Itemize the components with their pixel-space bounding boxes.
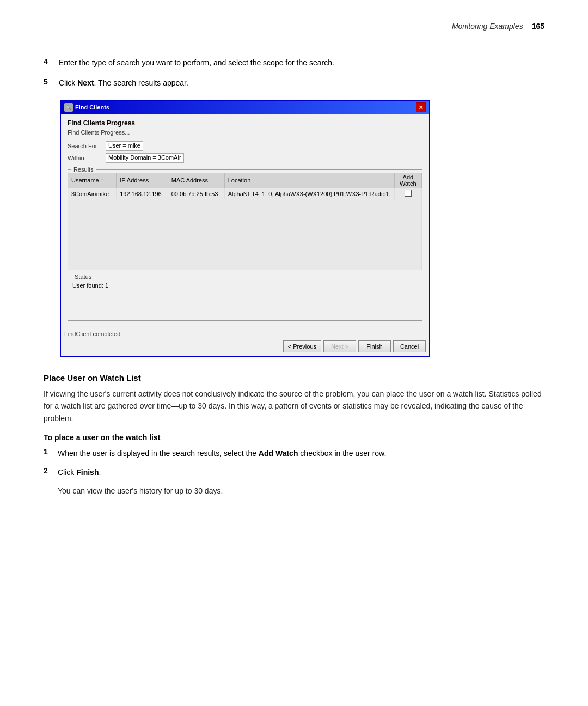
watch-step-2-text: Click Finish. xyxy=(58,466,544,478)
place-watch-heading: Place User on Watch List xyxy=(44,373,544,382)
search-for-label: Search For xyxy=(68,143,106,149)
status-text: User found: 1 xyxy=(71,280,419,290)
status-fieldset: Status User found: 1 xyxy=(68,273,422,321)
watch-step-1-bold: Add Watch xyxy=(259,449,298,458)
step-4-text: Enter the type of search you want to per… xyxy=(59,57,544,69)
page-number: 165 xyxy=(532,22,544,31)
col-header-add-watch: Add Watch xyxy=(394,173,421,188)
cancel-button[interactable]: Cancel xyxy=(393,340,426,352)
chapter-title: Monitoring Examples xyxy=(452,22,523,31)
add-watch-checkbox[interactable] xyxy=(405,190,412,197)
place-watch-subsection: To place a user on the watch list xyxy=(44,433,544,442)
footer-message: FindClient completed. xyxy=(64,331,426,338)
watch-note: You can view the user's history for up t… xyxy=(58,485,544,497)
dialog-body: Find Clients Progress Find Clients Progr… xyxy=(61,114,429,328)
within-value: Mobility Domain = 3ComAir xyxy=(106,153,184,163)
search-for-row: Search For User = mike xyxy=(68,141,422,151)
watch-step-1-num: 1 xyxy=(44,447,53,459)
dialog-buttons: < Previous Next > Finish Cancel xyxy=(64,340,426,352)
status-blank-area xyxy=(71,290,419,317)
status-legend: Status xyxy=(72,273,94,280)
cell-add-watch[interactable] xyxy=(394,188,421,199)
cell-location: AlphaNET4_1_0, AlphaWX3-(WX1200):P01:WX3… xyxy=(224,188,394,199)
watch-step-1: 1 When the user is displayed in the sear… xyxy=(44,447,544,459)
watch-step-1-text: When the user is displayed in the search… xyxy=(58,447,544,459)
step-5-text: Click Next. The search results appear. xyxy=(59,77,544,89)
previous-button[interactable]: < Previous xyxy=(283,340,321,352)
finish-button[interactable]: Finish xyxy=(358,340,391,352)
watch-step-2-num: 2 xyxy=(44,466,53,478)
results-table: Username ↑ IP Address MAC Address Locati… xyxy=(68,173,422,270)
cell-ip: 192.168.12.196 xyxy=(117,188,168,199)
dialog-footer: FindClient completed. < Previous Next > … xyxy=(61,328,429,356)
dialog-section-title: Find Clients Progress xyxy=(68,119,422,127)
find-clients-dialog: 🔍 Find Clients ✕ Find Clients Progress F… xyxy=(60,100,430,357)
col-header-location: Location xyxy=(224,173,394,188)
cell-mac: 00:0b:7d:25:fb:53 xyxy=(168,188,224,199)
cell-username: 3ComAir\mike xyxy=(68,188,117,199)
place-watch-paragraph: If viewing the user's current activity d… xyxy=(44,388,544,424)
table-empty-row xyxy=(68,199,422,270)
step-5-bold: Next xyxy=(77,78,94,87)
next-button[interactable]: Next > xyxy=(323,340,356,352)
dialog-close-button[interactable]: ✕ xyxy=(416,102,426,112)
sort-icon: ↑ xyxy=(101,177,104,184)
table-row: 3ComAir\mike 192.168.12.196 00:0b:7d:25:… xyxy=(68,188,422,199)
dialog-titlebar: 🔍 Find Clients ✕ xyxy=(61,101,429,114)
watch-step-2: 2 Click Finish. xyxy=(44,466,544,478)
results-legend: Results xyxy=(71,166,96,173)
step-5-number: 5 xyxy=(44,77,54,89)
watch-step-2-bold: Finish xyxy=(76,468,99,477)
step-4-number: 4 xyxy=(44,57,54,69)
step-5: 5 Click Next. The search results appear. xyxy=(44,77,544,89)
table-header-row: Username ↑ IP Address MAC Address Locati… xyxy=(68,173,422,188)
within-row: Within Mobility Domain = 3ComAir xyxy=(68,153,422,163)
page-header: Monitoring Examples 165 xyxy=(44,22,544,35)
results-fieldset: Results Username ↑ IP Address MAC Addres… xyxy=(68,166,422,270)
dialog-progress-text: Find Clients Progress... xyxy=(68,129,422,136)
search-for-value: User = mike xyxy=(106,141,143,151)
dialog-title: 🔍 Find Clients xyxy=(64,103,109,112)
col-header-mac: MAC Address xyxy=(168,173,224,188)
step-4: 4 Enter the type of search you want to p… xyxy=(44,57,544,69)
within-label: Within xyxy=(68,155,106,161)
col-header-ip: IP Address xyxy=(117,173,168,188)
dialog-app-icon: 🔍 xyxy=(64,103,73,112)
col-header-username: Username ↑ xyxy=(68,173,117,188)
